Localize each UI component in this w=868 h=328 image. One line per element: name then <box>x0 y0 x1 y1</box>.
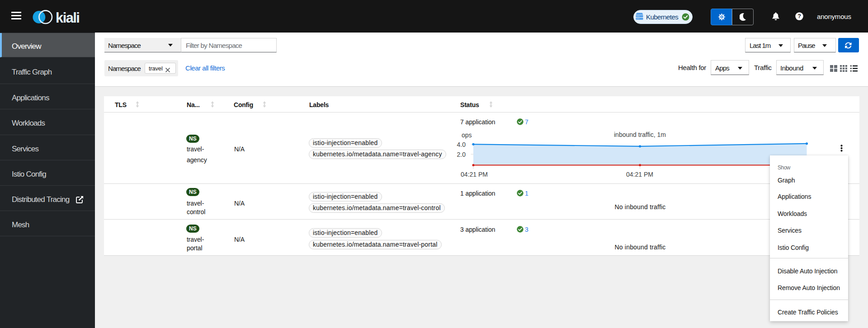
svg-text:?: ? <box>797 13 801 19</box>
